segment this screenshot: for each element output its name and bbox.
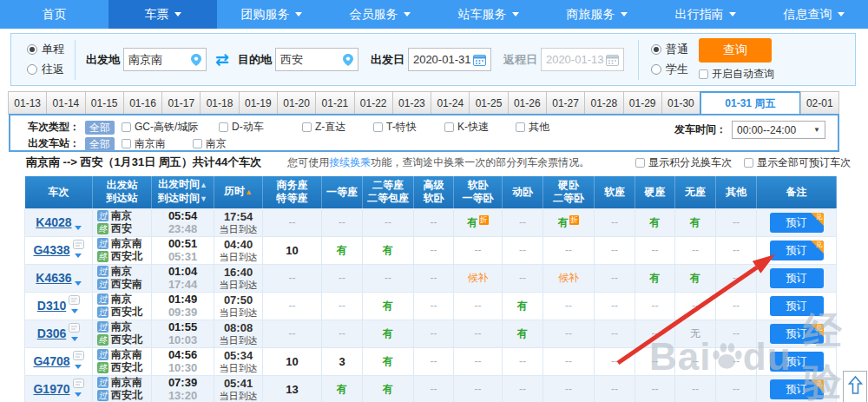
- depart-station-all-chip[interactable]: 全部: [85, 137, 115, 151]
- checkbox-icon[interactable]: [744, 158, 753, 168]
- expand-caret-icon[interactable]: [75, 392, 82, 400]
- date-tab-01-22[interactable]: 01-22: [354, 91, 393, 115]
- radio-option[interactable]: 往返: [27, 62, 64, 77]
- checkbox-icon[interactable]: [516, 122, 525, 132]
- date-tab-01-14[interactable]: 01-14: [46, 91, 85, 115]
- calendar-icon[interactable]: [473, 54, 486, 66]
- train-type-all-chip[interactable]: 全部: [85, 121, 115, 135]
- date-tab-01-26[interactable]: 01-26: [508, 91, 547, 115]
- location-pin-icon[interactable]: [343, 54, 353, 66]
- date-tab-01-13[interactable]: 01-13: [8, 91, 47, 115]
- expand-caret-icon[interactable]: [75, 365, 82, 372]
- checkbox-icon[interactable]: [122, 139, 131, 148]
- date-tab-01-23[interactable]: 01-23: [392, 91, 431, 115]
- nav-item-0[interactable]: 首页: [0, 0, 108, 29]
- transfer-link[interactable]: 接续换乘: [329, 156, 371, 168]
- reserve-button[interactable]: 预订兑: [770, 241, 824, 260]
- date-tab-01-19[interactable]: 01-19: [239, 91, 278, 115]
- reserve-button[interactable]: 预订: [770, 268, 824, 288]
- date-tab-01-21[interactable]: 01-21: [315, 91, 354, 115]
- location-pin-icon[interactable]: [191, 54, 201, 66]
- expand-caret-icon[interactable]: [71, 309, 78, 317]
- back-to-top-button[interactable]: [843, 371, 867, 402]
- expand-caret-icon[interactable]: [75, 281, 82, 289]
- train-type-badge-icon: [69, 323, 80, 335]
- checkbox-icon[interactable]: [373, 122, 383, 132]
- date-tab-01-15[interactable]: 01-15: [85, 91, 124, 115]
- header-line: 特等座: [263, 192, 321, 205]
- radio-option[interactable]: 普通: [651, 42, 688, 57]
- train-number-link[interactable]: G4708: [33, 354, 69, 368]
- filter-station-0[interactable]: 南京南: [122, 136, 193, 151]
- filter-train-type-2[interactable]: Z-直达: [302, 120, 373, 135]
- checkbox-icon[interactable]: [219, 122, 228, 132]
- train-number-link[interactable]: D306: [37, 326, 66, 340]
- checkbox-icon[interactable]: [302, 122, 312, 132]
- filter-train-type-1[interactable]: D-动车: [219, 120, 302, 135]
- summary-toggle-0[interactable]: 显示积分兑换车次: [635, 155, 732, 170]
- expand-caret-icon[interactable]: [75, 226, 82, 234]
- nav-item-1[interactable]: 车票: [108, 0, 217, 29]
- radio-icon[interactable]: [651, 44, 661, 55]
- nav-item-2[interactable]: 团购服务: [217, 0, 326, 29]
- checkbox-icon[interactable]: [635, 158, 645, 168]
- date-tab-01-28[interactable]: 01-28: [584, 91, 623, 115]
- checkbox-icon[interactable]: [193, 139, 202, 148]
- filter-train-type-5[interactable]: 其他: [516, 120, 568, 135]
- date-tab-01-17[interactable]: 01-17: [161, 91, 201, 115]
- date-tab-01-24[interactable]: 01-24: [431, 91, 470, 115]
- train-number-link[interactable]: G4338: [33, 243, 69, 257]
- date-tab-02-01[interactable]: 02-01: [800, 91, 839, 115]
- col-header-2[interactable]: 出发时间▲到达时间▼: [152, 176, 214, 208]
- sort-arrow-icon[interactable]: ▲: [245, 188, 253, 196]
- train-number-link[interactable]: G1970: [33, 382, 69, 396]
- expand-caret-icon[interactable]: [75, 254, 82, 261]
- nav-item-4[interactable]: 站车服务: [434, 0, 542, 29]
- checkbox-icon[interactable]: [699, 69, 708, 79]
- reserve-button[interactable]: 预订兑: [770, 379, 824, 399]
- return-date-input[interactable]: 2020-01-13: [541, 48, 624, 71]
- sort-arrow-icon[interactable]: ▼: [200, 194, 207, 203]
- reserve-button[interactable]: 预订: [770, 352, 824, 372]
- date-tab-01-16[interactable]: 01-16: [123, 91, 162, 115]
- depart-date-input[interactable]: 2020-01-31: [408, 48, 491, 71]
- filter-train-type-3[interactable]: T-特快: [373, 120, 444, 135]
- filter-station-1[interactable]: 南京: [193, 136, 264, 151]
- checkbox-icon[interactable]: [122, 122, 131, 132]
- filter-train-type-4[interactable]: K-快速: [444, 120, 516, 135]
- header-text: 一等卧: [463, 192, 494, 204]
- radio-icon[interactable]: [27, 44, 37, 55]
- date-tab-01-18[interactable]: 01-18: [200, 91, 239, 115]
- radio-icon[interactable]: [651, 64, 661, 75]
- nav-item-7[interactable]: 信息查询: [760, 0, 868, 29]
- summary-toggle-1[interactable]: 显示全部可预订车次: [744, 155, 851, 170]
- auto-query-toggle[interactable]: 开启自动查询: [699, 67, 774, 82]
- reserve-button[interactable]: 预订兑: [770, 324, 824, 344]
- date-tab-01-20[interactable]: 01-20: [277, 91, 316, 115]
- col-header-3[interactable]: 历时▲: [214, 176, 263, 208]
- expand-caret-icon[interactable]: [71, 337, 78, 345]
- train-number-link[interactable]: K4028: [36, 215, 71, 229]
- radio-option[interactable]: 单程: [27, 42, 64, 57]
- nav-item-3[interactable]: 会员服务: [326, 0, 434, 29]
- swap-stations-icon[interactable]: ⇄: [215, 49, 229, 69]
- reserve-button[interactable]: 预订兑: [770, 213, 824, 233]
- date-tab-01-30[interactable]: 01-30: [661, 91, 700, 115]
- date-tab-01-31-周五[interactable]: 01-31 周五: [700, 91, 801, 115]
- checkbox-icon[interactable]: [444, 122, 454, 132]
- date-tab-01-29[interactable]: 01-29: [623, 91, 662, 115]
- radio-option[interactable]: 学生: [651, 62, 688, 77]
- to-station-input[interactable]: 西安: [275, 48, 358, 71]
- query-button[interactable]: 查询: [699, 38, 772, 63]
- from-station-input[interactable]: 南京南: [123, 48, 207, 71]
- nav-item-6[interactable]: 出行指南: [651, 0, 760, 29]
- radio-icon[interactable]: [27, 64, 37, 75]
- sort-arrow-icon[interactable]: ▲: [200, 181, 207, 189]
- train-number-link[interactable]: K4636: [36, 271, 71, 285]
- nav-item-5[interactable]: 商旅服务: [542, 0, 651, 29]
- reserve-button[interactable]: 预订: [770, 296, 824, 316]
- train-number-link[interactable]: D310: [37, 299, 66, 313]
- filter-train-type-0[interactable]: GC-高铁/城际: [122, 120, 219, 135]
- date-tab-01-25[interactable]: 01-25: [469, 91, 508, 115]
- date-tab-01-27[interactable]: 01-27: [546, 91, 585, 115]
